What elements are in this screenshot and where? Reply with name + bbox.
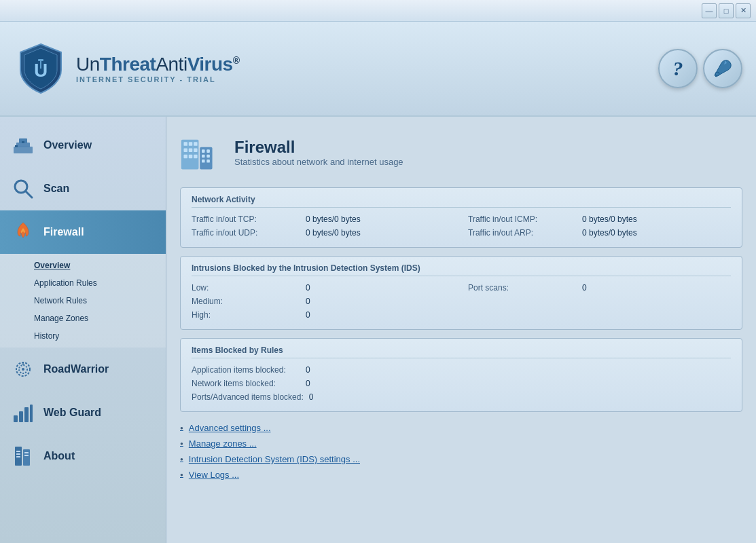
network-activity-section: Network Activity Traffic in/out TCP: 0 b…: [180, 187, 742, 248]
bullet-3: ●: [180, 456, 183, 462]
sidebar-item-webguard[interactable]: Web Guard: [0, 391, 166, 434]
svg-rect-19: [23, 449, 30, 466]
icmp-row: Traffic in/out ICMP: 0 bytes/0 bytes: [468, 214, 731, 224]
svg-rect-40: [202, 160, 205, 163]
sidebar-label-overview: Overview: [43, 139, 92, 151]
ports-blocked-row: Ports/Advanced items blocked: 0: [192, 392, 731, 402]
webguard-icon: [11, 400, 35, 425]
svg-rect-36: [202, 149, 205, 153]
icmp-value: 0 bytes/0 bytes: [582, 214, 637, 224]
sidebar-item-firewall[interactable]: Firewall: [0, 210, 166, 254]
tcp-label: Traffic in/out TCP:: [192, 214, 300, 224]
settings-button[interactable]: [703, 49, 742, 88]
svg-rect-24: [24, 455, 29, 456]
logo-title: UnThreatAntiVirus®: [76, 54, 239, 75]
portscans-value: 0: [582, 283, 587, 293]
low-label: Low:: [192, 283, 300, 293]
close-button[interactable]: ✕: [736, 3, 751, 18]
link-ids-settings[interactable]: ● Intrusion Detection System (IDS) setti…: [180, 454, 742, 464]
icmp-label: Traffic in/out ICMP:: [468, 214, 577, 224]
link-manage-zones[interactable]: ● Manage zones ...: [180, 438, 742, 449]
minimize-button[interactable]: —: [702, 3, 717, 18]
udp-value: 0 bytes/0 bytes: [306, 228, 361, 238]
ports-blocked-value: 0: [309, 392, 314, 402]
link-advanced-settings[interactable]: ● Advanced settings ...: [180, 423, 742, 433]
scan-icon: [11, 176, 35, 201]
sidebar-label-scan: Scan: [43, 183, 69, 195]
submenu-fw-history[interactable]: History: [0, 327, 166, 345]
net-blocked-row: Network items blocked: 0: [192, 379, 731, 388]
submenu-fw-overview[interactable]: Overview: [0, 257, 166, 274]
svg-rect-17: [30, 405, 33, 422]
svg-rect-4: [14, 147, 33, 153]
firewall-submenu: Overview Application Rules Network Rules…: [0, 254, 166, 348]
svg-point-3: [715, 72, 719, 76]
page-header: Firewall Statistics about network and in…: [180, 130, 742, 174]
svg-rect-30: [183, 149, 187, 152]
udp-row: Traffic in/out UDP: 0 bytes/0 bytes: [192, 228, 454, 238]
logo-area: U UnThreatAntiVirus® INTERNET SECURITY -…: [14, 41, 239, 96]
svg-rect-41: [206, 160, 210, 163]
submenu-fw-app-rules[interactable]: Application Rules: [0, 274, 166, 292]
items-blocked-section: Items Blocked by Rules Application items…: [180, 338, 742, 412]
logo-shield: U: [14, 41, 68, 96]
svg-rect-37: [206, 149, 210, 153]
sidebar-label-roadwarrior: RoadWarrior: [43, 363, 109, 375]
low-value: 0: [306, 283, 310, 293]
content-area: Firewall Statistics about network and in…: [166, 117, 756, 543]
medium-value: 0: [306, 297, 310, 306]
svg-rect-28: [189, 142, 192, 145]
sidebar-label-webguard: Web Guard: [43, 407, 101, 419]
svg-rect-32: [194, 149, 197, 152]
high-value: 0: [306, 310, 310, 320]
arp-row: Traffic in/out ARP: 0 bytes/0 bytes: [468, 228, 731, 238]
tcp-row: Traffic in/out TCP: 0 bytes/0 bytes: [192, 214, 454, 224]
svg-rect-21: [16, 453, 20, 455]
low-row: Low: 0: [192, 283, 454, 293]
sidebar-label-firewall: Firewall: [43, 226, 84, 238]
sidebar: Overview Scan: [0, 117, 166, 543]
roadwarrior-icon: [11, 357, 35, 381]
net-blocked-label: Network items blocked:: [192, 379, 300, 388]
header: U UnThreatAntiVirus® INTERNET SECURITY -…: [0, 22, 756, 117]
wrench-icon: [712, 58, 734, 79]
sidebar-item-about[interactable]: About: [0, 434, 166, 478]
svg-rect-22: [16, 456, 20, 457]
titlebar: — □ ✕: [0, 0, 756, 22]
app-blocked-value: 0: [306, 365, 310, 375]
submenu-fw-manage-zones[interactable]: Manage Zones: [0, 310, 166, 327]
svg-rect-27: [183, 142, 187, 145]
svg-rect-29: [194, 142, 197, 145]
medium-row: Medium: 0: [192, 297, 454, 306]
link-view-logs[interactable]: ● View Logs ...: [180, 470, 742, 480]
app-window: U UnThreatAntiVirus® INTERNET SECURITY -…: [0, 22, 756, 543]
svg-rect-34: [189, 155, 192, 158]
help-button[interactable]: ?: [658, 49, 698, 88]
bullet-1: ●: [180, 425, 183, 431]
app-blocked-label: Application items blocked:: [192, 365, 300, 375]
network-activity-title: Network Activity: [192, 195, 731, 208]
overview-icon: [11, 133, 35, 157]
net-blocked-value: 0: [306, 379, 310, 388]
svg-rect-38: [202, 155, 205, 158]
svg-rect-33: [183, 155, 187, 158]
portscans-label: Port scans:: [468, 283, 577, 293]
page-firewall-icon: [180, 130, 223, 174]
items-blocked-title: Items Blocked by Rules: [192, 345, 731, 358]
logo-subtitle: INTERNET SECURITY - TRIAL: [76, 75, 239, 83]
tcp-value: 0 bytes/0 bytes: [306, 214, 361, 224]
udp-label: Traffic in/out UDP:: [192, 228, 300, 238]
intrusions-section: Intrusions Blocked by the Intrusion Dete…: [180, 256, 742, 330]
sidebar-item-scan[interactable]: Scan: [0, 167, 166, 210]
sidebar-item-overview[interactable]: Overview: [0, 124, 166, 167]
maximize-button[interactable]: □: [719, 3, 734, 18]
page-subtitle: Statistics about network and internet us…: [234, 157, 403, 167]
submenu-fw-net-rules[interactable]: Network Rules: [0, 292, 166, 310]
svg-rect-14: [14, 415, 18, 422]
ports-blocked-label: Ports/Advanced items blocked:: [192, 392, 304, 402]
logo-text: UnThreatAntiVirus® INTERNET SECURITY - T…: [76, 54, 239, 83]
intrusions-title: Intrusions Blocked by the Intrusion Dete…: [192, 263, 731, 276]
links-section: ● Advanced settings ... ● Manage zones .…: [180, 420, 742, 488]
sidebar-item-roadwarrior[interactable]: RoadWarrior: [0, 348, 166, 391]
svg-rect-20: [16, 451, 20, 452]
